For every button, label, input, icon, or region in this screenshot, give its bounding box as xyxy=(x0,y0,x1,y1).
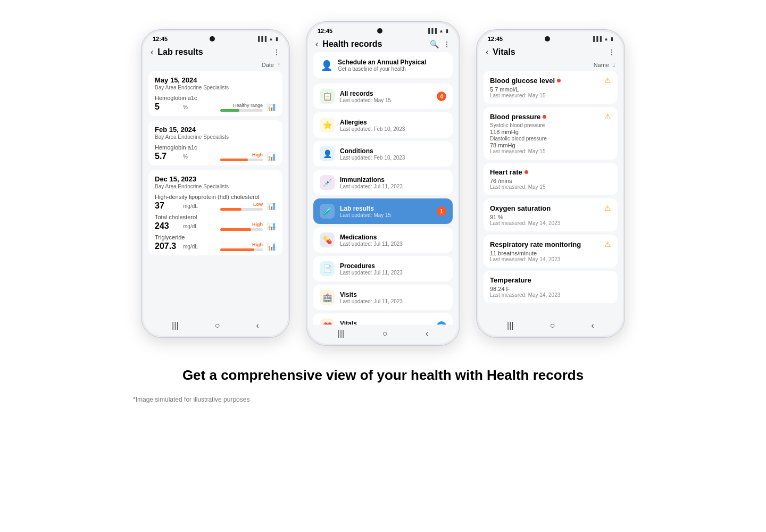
promo-subtitle: Get a baseline of your health xyxy=(338,66,426,72)
vital-oxygen[interactable]: Oxygen saturation ⚠ 91 % Last measured: … xyxy=(484,198,618,231)
back-button-1[interactable]: ‹ xyxy=(151,47,153,57)
vital-systolic-value: 118 mmHg xyxy=(490,129,611,135)
lab-provider-3: Bay Area Endocrine Specialists xyxy=(155,184,276,189)
bottom-area: Get a comprehensive view of your health … xyxy=(0,367,766,390)
vital-blood-pressure[interactable]: Blood pressure ⚠ Systolic blood pressure… xyxy=(484,107,618,160)
record-vitals[interactable]: ❤️ Vitals Last updated: May 15 3 xyxy=(313,313,453,325)
lab-date-3: Dec 15, 2023 xyxy=(155,175,276,183)
vital-blood-glucose[interactable]: Blood glucose level ⚠ 5.7 mmol/L Last me… xyxy=(484,71,618,104)
procedures-icon: 📄 xyxy=(320,261,335,276)
promo-text: Schedule an Annual Physical Get a baseli… xyxy=(338,59,426,72)
chart-icon-4[interactable]: 📊 xyxy=(267,222,276,230)
medications-name: Medications xyxy=(340,234,446,241)
lab-item-hba1c-1[interactable]: Hemoglobin a1c 5 % Healthy range xyxy=(155,95,276,112)
lab-bar-track-3 xyxy=(220,208,263,211)
lab-bar-track-4 xyxy=(220,228,263,231)
chart-icon-5[interactable]: 📊 xyxy=(267,242,276,251)
vital-meta-bp: Last measured: May 15 xyxy=(490,148,611,154)
more-icon-1[interactable]: ⋮ xyxy=(273,48,280,56)
status-bar-2: 12:45 ▐▐▐ ▲ ▮ xyxy=(308,23,458,35)
nav-title-3: Vitals xyxy=(493,47,608,57)
health-scroll: 👤 Schedule an Annual Physical Get a base… xyxy=(308,52,458,325)
recents-icon-1[interactable]: ||| xyxy=(172,321,178,330)
lab-unit-trig: mg/dL xyxy=(183,244,198,250)
record-procedures[interactable]: 📄 Procedures Last updated: Jul 11, 2023 xyxy=(313,256,453,281)
sort-bar-1: Date ↑ xyxy=(143,60,288,71)
vital-value-glucose: 5.7 mmol/L xyxy=(490,86,611,93)
visits-date: Last updated: Jul 11, 2023 xyxy=(340,298,446,304)
visits-name: Visits xyxy=(340,291,446,298)
sort-arrow-up-1[interactable]: ↑ xyxy=(277,61,280,69)
vital-value-hr: 76 /mins xyxy=(490,178,611,184)
lab-results-date: Last updated: May 15 xyxy=(340,212,431,218)
record-immunizations[interactable]: 💉 Immunizations Last updated: Jul 11, 20… xyxy=(313,170,453,195)
nav-title-2: Health records xyxy=(322,39,430,49)
lab-bar-fill-1 xyxy=(220,109,239,112)
phones-container: 12:45 ▐▐▐ ▲ ▮ ‹ Lab results ⋮ Date ↑ xyxy=(141,21,625,346)
chart-icon-1[interactable]: 📊 xyxy=(267,103,276,111)
lab-bar-fill-5 xyxy=(220,248,254,251)
chart-icon-3[interactable]: 📊 xyxy=(267,202,276,210)
vital-warning-glucose: ⚠ xyxy=(604,76,611,85)
lab-unit-hba1c-2: % xyxy=(183,154,188,160)
sort-arrow-down-3[interactable]: ↓ xyxy=(612,61,615,69)
nav-bar-3: ‹ Vitals ⋮ xyxy=(478,43,623,60)
vital-warning-oxygen: ⚠ xyxy=(604,204,611,212)
record-conditions[interactable]: 👤 Conditions Last updated: Feb 10, 2023 xyxy=(313,141,453,167)
back-icon-3[interactable]: ‹ xyxy=(592,321,594,330)
record-all-records[interactable]: 📋 All records Last updated: May 15 4 xyxy=(313,84,453,109)
record-allergies[interactable]: ⭐ Allergies Last updated: Feb 10, 2023 xyxy=(313,112,453,138)
vital-heart-rate[interactable]: Heart rate 76 /mins Last measured: May 1… xyxy=(484,163,618,195)
lab-item-chol[interactable]: Total cholesterol 243 mg/dL High xyxy=(155,214,276,231)
sort-label-3[interactable]: Name xyxy=(594,62,609,68)
vital-temperature[interactable]: Temperature 98.24 F Last measured: May 1… xyxy=(484,271,618,303)
record-medications[interactable]: 💊 Medications Last updated: Jul 11, 2023 xyxy=(313,227,453,253)
recents-icon-2[interactable]: ||| xyxy=(338,329,344,338)
lab-bar-track-5 xyxy=(220,248,263,251)
back-button-2[interactable]: ‹ xyxy=(315,39,318,49)
more-icon-3[interactable]: ⋮ xyxy=(608,48,615,56)
lab-status-hdl: Low xyxy=(253,202,263,207)
visits-icon: 🏥 xyxy=(320,290,335,305)
back-icon-1[interactable]: ‹ xyxy=(256,321,259,330)
lab-item-hdl[interactable]: High-density lipoprotein (hdl) cholester… xyxy=(155,194,276,211)
back-icon-2[interactable]: ‹ xyxy=(426,329,428,338)
visits-text: Visits Last updated: Jul 11, 2023 xyxy=(340,291,446,304)
record-visits[interactable]: 🏥 Visits Last updated: Jul 11, 2023 xyxy=(313,285,453,310)
lab-item-trig[interactable]: Triglyceride 207.3 mg/dL High xyxy=(155,234,276,251)
vital-value-resp: 11 breaths/minute xyxy=(490,250,611,256)
lab-item-name-hdl: High-density lipoprotein (hdl) cholester… xyxy=(155,194,276,200)
lab-value-hba1c-2: 5.7 xyxy=(155,152,179,161)
lab-item-name-trig: Triglyceride xyxy=(155,234,276,240)
promo-card[interactable]: 👤 Schedule an Annual Physical Get a base… xyxy=(313,52,453,78)
signal-icon: ▐▐▐ xyxy=(256,36,267,41)
vital-name-hr: Heart rate xyxy=(490,168,528,176)
medications-text: Medications Last updated: Jul 11, 2023 xyxy=(340,234,446,247)
nav-bar-2: ‹ Health records 🔍 ⋮ xyxy=(308,35,458,52)
sort-label-1[interactable]: Date xyxy=(262,62,274,68)
home-icon-3[interactable]: ○ xyxy=(550,321,555,330)
lab-value-hba1c-1: 5 xyxy=(155,102,179,112)
vital-diastolic-value: 78 mmHg xyxy=(490,142,611,148)
home-icon-2[interactable]: ○ xyxy=(382,329,388,338)
allergies-text: Allergies Last updated: Feb 10, 2023 xyxy=(340,119,446,132)
lab-bar-fill-4 xyxy=(220,228,251,231)
more-icon-2[interactable]: ⋮ xyxy=(443,40,451,48)
camera-2 xyxy=(377,28,382,34)
immunizations-date: Last updated: Jul 11, 2023 xyxy=(340,184,446,189)
battery-icon-2: ▮ xyxy=(446,28,448,34)
back-button-3[interactable]: ‹ xyxy=(486,47,488,57)
search-icon-2[interactable]: 🔍 xyxy=(430,40,439,48)
all-records-icon: 📋 xyxy=(320,89,335,104)
home-icon-1[interactable]: ○ xyxy=(215,321,220,330)
lab-unit-chol: mg/dL xyxy=(183,223,198,229)
recents-icon-3[interactable]: ||| xyxy=(507,321,513,330)
lab-item-hba1c-2[interactable]: Hemoglobin a1c 5.7 % High xyxy=(155,144,276,161)
lab-bar-track-1 xyxy=(220,109,263,112)
camera-1 xyxy=(210,36,215,41)
procedures-name: Procedures xyxy=(340,262,446,270)
record-lab-results[interactable]: 🧪 Lab results Last updated: May 15 1 xyxy=(313,198,453,224)
chart-icon-2[interactable]: 📊 xyxy=(267,152,276,161)
vital-respiratory[interactable]: Respiratory rate monitoring ⚠ 11 breaths… xyxy=(484,235,618,268)
phone-time-2: 12:45 xyxy=(318,28,332,34)
